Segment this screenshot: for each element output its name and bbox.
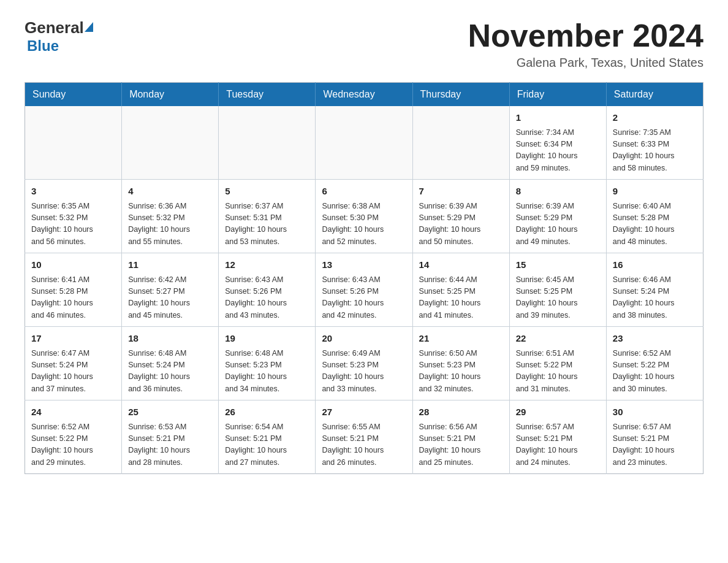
calendar-cell: 16Sunrise: 6:46 AMSunset: 5:24 PMDayligh… (606, 253, 703, 327)
calendar-row-1: 3Sunrise: 6:35 AMSunset: 5:32 PMDaylight… (25, 180, 703, 253)
day-number: 10 (31, 258, 115, 272)
day-number: 19 (225, 332, 309, 346)
day-info: Sunrise: 6:42 AMSunset: 5:27 PMDaylight:… (128, 274, 212, 322)
calendar-cell: 20Sunrise: 6:49 AMSunset: 5:23 PMDayligh… (316, 327, 412, 400)
day-info: Sunrise: 6:53 AMSunset: 5:21 PMDaylight:… (128, 421, 212, 469)
calendar-cell: 8Sunrise: 6:39 AMSunset: 5:29 PMDaylight… (509, 180, 606, 253)
day-number: 2 (613, 111, 697, 125)
header-monday: Monday (122, 83, 219, 107)
calendar-cell: 5Sunrise: 6:37 AMSunset: 5:31 PMDaylight… (219, 180, 316, 253)
calendar-cell: 15Sunrise: 6:45 AMSunset: 5:25 PMDayligh… (509, 253, 606, 327)
day-number: 17 (31, 332, 115, 346)
day-info: Sunrise: 6:50 AMSunset: 5:23 PMDaylight:… (419, 348, 503, 396)
weekday-header-row: Sunday Monday Tuesday Wednesday Thursday… (25, 83, 703, 107)
day-number: 3 (31, 185, 115, 199)
calendar-cell: 17Sunrise: 6:47 AMSunset: 5:24 PMDayligh… (25, 327, 122, 400)
calendar-cell: 10Sunrise: 6:41 AMSunset: 5:28 PMDayligh… (25, 253, 122, 327)
day-info: Sunrise: 6:38 AMSunset: 5:30 PMDaylight:… (322, 201, 406, 248)
calendar-cell: 30Sunrise: 6:57 AMSunset: 5:21 PMDayligh… (606, 400, 703, 474)
calendar-cell: 23Sunrise: 6:52 AMSunset: 5:22 PMDayligh… (606, 327, 703, 400)
calendar-cell: 26Sunrise: 6:54 AMSunset: 5:21 PMDayligh… (219, 400, 316, 474)
day-info: Sunrise: 6:57 AMSunset: 5:21 PMDaylight:… (613, 421, 697, 469)
day-number: 9 (613, 185, 697, 199)
day-info: Sunrise: 6:52 AMSunset: 5:22 PMDaylight:… (31, 421, 115, 469)
calendar-cell: 14Sunrise: 6:44 AMSunset: 5:25 PMDayligh… (412, 253, 509, 327)
calendar-cell: 29Sunrise: 6:57 AMSunset: 5:21 PMDayligh… (509, 400, 606, 474)
calendar-row-0: 1Sunrise: 7:34 AMSunset: 6:34 PMDaylight… (25, 106, 703, 180)
header-thursday: Thursday (412, 83, 509, 107)
header-saturday: Saturday (606, 83, 703, 107)
day-number: 5 (225, 185, 309, 199)
day-number: 23 (613, 332, 697, 346)
day-number: 29 (516, 405, 600, 419)
day-info: Sunrise: 6:37 AMSunset: 5:31 PMDaylight:… (225, 201, 309, 248)
calendar-table: Sunday Monday Tuesday Wednesday Thursday… (25, 82, 703, 474)
day-number: 22 (516, 332, 600, 346)
calendar-cell: 4Sunrise: 6:36 AMSunset: 5:32 PMDaylight… (122, 180, 219, 253)
day-info: Sunrise: 6:46 AMSunset: 5:24 PMDaylight:… (613, 274, 697, 322)
calendar-cell: 22Sunrise: 6:51 AMSunset: 5:22 PMDayligh… (509, 327, 606, 400)
day-info: Sunrise: 7:35 AMSunset: 6:33 PMDaylight:… (613, 127, 697, 175)
day-info: Sunrise: 6:39 AMSunset: 5:29 PMDaylight:… (419, 201, 503, 248)
logo: General Blue (25, 18, 94, 55)
calendar-cell: 7Sunrise: 6:39 AMSunset: 5:29 PMDaylight… (412, 180, 509, 253)
calendar-cell: 11Sunrise: 6:42 AMSunset: 5:27 PMDayligh… (122, 253, 219, 327)
day-number: 15 (516, 258, 600, 272)
day-number: 11 (128, 258, 212, 272)
day-number: 14 (419, 258, 503, 272)
day-number: 8 (516, 185, 600, 199)
logo-blue-text: Blue (27, 37, 59, 54)
day-info: Sunrise: 6:52 AMSunset: 5:22 PMDaylight:… (613, 348, 697, 396)
day-info: Sunrise: 6:47 AMSunset: 5:24 PMDaylight:… (31, 348, 115, 396)
day-info: Sunrise: 6:43 AMSunset: 5:26 PMDaylight:… (225, 274, 309, 322)
day-info: Sunrise: 6:49 AMSunset: 5:23 PMDaylight:… (322, 348, 406, 396)
day-number: 27 (322, 405, 406, 419)
day-info: Sunrise: 6:57 AMSunset: 5:21 PMDaylight:… (516, 421, 600, 469)
calendar-cell (122, 106, 219, 180)
header-sunday: Sunday (25, 83, 122, 107)
logo-general-text: General (25, 18, 84, 37)
day-number: 4 (128, 185, 212, 199)
logo-arrow-icon (85, 22, 93, 32)
day-info: Sunrise: 6:51 AMSunset: 5:22 PMDaylight:… (516, 348, 600, 396)
calendar-cell (25, 106, 122, 180)
day-number: 12 (225, 258, 309, 272)
calendar-cell: 12Sunrise: 6:43 AMSunset: 5:26 PMDayligh… (219, 253, 316, 327)
day-info: Sunrise: 6:41 AMSunset: 5:28 PMDaylight:… (31, 274, 115, 322)
calendar-cell (412, 106, 509, 180)
calendar-row-4: 24Sunrise: 6:52 AMSunset: 5:22 PMDayligh… (25, 400, 703, 474)
day-info: Sunrise: 6:48 AMSunset: 5:24 PMDaylight:… (128, 348, 212, 396)
calendar-cell (316, 106, 412, 180)
day-number: 26 (225, 405, 309, 419)
month-title: November 2024 (468, 18, 703, 53)
day-number: 20 (322, 332, 406, 346)
day-info: Sunrise: 6:35 AMSunset: 5:32 PMDaylight:… (31, 201, 115, 248)
day-number: 21 (419, 332, 503, 346)
day-info: Sunrise: 6:43 AMSunset: 5:26 PMDaylight:… (322, 274, 406, 322)
day-number: 13 (322, 258, 406, 272)
day-info: Sunrise: 6:48 AMSunset: 5:23 PMDaylight:… (225, 348, 309, 396)
calendar-cell: 18Sunrise: 6:48 AMSunset: 5:24 PMDayligh… (122, 327, 219, 400)
header: General Blue November 2024 Galena Park, … (25, 18, 703, 70)
calendar-cell: 13Sunrise: 6:43 AMSunset: 5:26 PMDayligh… (316, 253, 412, 327)
calendar-cell: 2Sunrise: 7:35 AMSunset: 6:33 PMDaylight… (606, 106, 703, 180)
day-info: Sunrise: 7:34 AMSunset: 6:34 PMDaylight:… (516, 127, 600, 175)
calendar-cell: 27Sunrise: 6:55 AMSunset: 5:21 PMDayligh… (316, 400, 412, 474)
calendar-cell (219, 106, 316, 180)
day-number: 7 (419, 185, 503, 199)
calendar-cell: 1Sunrise: 7:34 AMSunset: 6:34 PMDaylight… (509, 106, 606, 180)
day-number: 24 (31, 405, 115, 419)
calendar-row-3: 17Sunrise: 6:47 AMSunset: 5:24 PMDayligh… (25, 327, 703, 400)
day-number: 16 (613, 258, 697, 272)
calendar-cell: 21Sunrise: 6:50 AMSunset: 5:23 PMDayligh… (412, 327, 509, 400)
calendar-cell: 25Sunrise: 6:53 AMSunset: 5:21 PMDayligh… (122, 400, 219, 474)
day-info: Sunrise: 6:54 AMSunset: 5:21 PMDaylight:… (225, 421, 309, 469)
day-info: Sunrise: 6:40 AMSunset: 5:28 PMDaylight:… (613, 201, 697, 248)
day-info: Sunrise: 6:45 AMSunset: 5:25 PMDaylight:… (516, 274, 600, 322)
calendar-cell: 3Sunrise: 6:35 AMSunset: 5:32 PMDaylight… (25, 180, 122, 253)
title-area: November 2024 Galena Park, Texas, United… (468, 18, 703, 70)
calendar-cell: 24Sunrise: 6:52 AMSunset: 5:22 PMDayligh… (25, 400, 122, 474)
day-number: 30 (613, 405, 697, 419)
day-number: 18 (128, 332, 212, 346)
header-wednesday: Wednesday (316, 83, 412, 107)
